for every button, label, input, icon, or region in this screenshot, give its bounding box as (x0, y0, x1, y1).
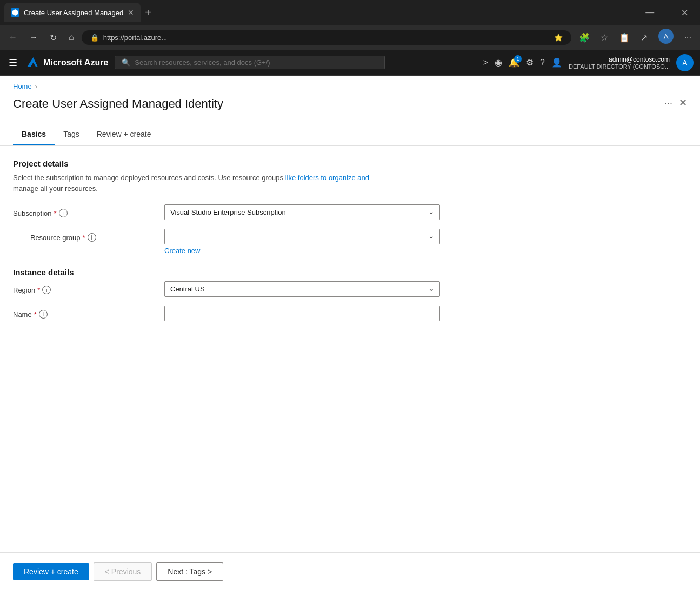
notifications-icon[interactable]: 🔔 1 (509, 57, 519, 68)
navigation-bar: ← → ↻ ⌂ 🔒 ⭐ 🧩 ☆ 📋 ↗ A ··· (0, 25, 700, 50)
subscription-select-wrapper: Visual Studio Enterprise Subscription (164, 204, 440, 220)
page-ellipsis-button[interactable]: ··· (664, 97, 672, 109)
address-bar[interactable]: 🔒 ⭐ (82, 30, 571, 45)
user-info[interactable]: admin@contoso.com DEFAULT DIRECTORY (CON… (569, 56, 670, 70)
svg-text:A: A (663, 32, 668, 41)
forward-button[interactable]: → (25, 30, 42, 44)
tab-review-label: Review + create (97, 130, 151, 138)
cloud-shell-icon[interactable]: > (483, 58, 488, 68)
tab-tags-label: Tags (63, 130, 79, 138)
subscription-field-group: Subscription * i Visual Studio Enterpris… (13, 204, 687, 220)
subscription-field: Visual Studio Enterprise Subscription (164, 204, 440, 220)
region-required: * (37, 286, 40, 294)
project-details-section: Project details Select the subscription … (13, 159, 687, 255)
azure-search-box[interactable]: 🔍 (115, 56, 385, 69)
tab-close-icon[interactable]: ✕ (128, 8, 134, 17)
subscription-info-icon[interactable]: i (59, 209, 68, 217)
region-field: Central US (164, 281, 440, 297)
hamburger-menu-icon[interactable]: ☰ (6, 55, 19, 71)
page-title: Create User Assigned Managed Identity (13, 97, 223, 111)
review-create-button[interactable]: Review + create (13, 563, 89, 580)
region-select-wrapper: Central US (164, 281, 440, 297)
restore-button[interactable]: □ (662, 6, 674, 19)
breadcrumb: Home › (0, 76, 700, 92)
name-input[interactable] (164, 306, 440, 321)
tab-review-create[interactable]: Review + create (88, 124, 160, 145)
lock-icon: 🔒 (90, 34, 99, 42)
resource-group-select[interactable] (164, 229, 440, 244)
subscription-label-text: Subscription (13, 209, 52, 217)
region-label-text: Region (13, 286, 35, 294)
resource-group-field-group: Resource group * i Create new (13, 229, 687, 255)
name-info-icon[interactable]: i (39, 310, 48, 319)
name-required: * (34, 310, 37, 319)
tab-navigation: Basics Tags Review + create (0, 124, 700, 146)
name-label-text: Name (13, 310, 32, 319)
resource-group-field: Create new (164, 229, 440, 255)
profile-avatar[interactable]: A (654, 26, 678, 48)
settings-icon[interactable]: ⚙ (526, 57, 534, 68)
previous-button[interactable]: < Previous (94, 562, 152, 581)
new-tab-button[interactable]: + (141, 4, 156, 21)
tab-tags[interactable]: Tags (55, 124, 88, 145)
breadcrumb-home-link[interactable]: Home (13, 82, 32, 90)
resource-group-label-text: Resource group (30, 234, 81, 242)
name-field-group: Name * i (13, 306, 687, 321)
subscription-select[interactable]: Visual Studio Enterprise Subscription (164, 204, 440, 220)
next-button[interactable]: Next : Tags > (156, 562, 223, 581)
bottom-toolbar: Review + create < Previous Next : Tags > (0, 552, 700, 590)
desc-text-1: Select the subscription to manage deploy… (13, 174, 283, 182)
resource-group-info-icon[interactable]: i (88, 233, 96, 242)
region-select[interactable]: Central US (164, 281, 440, 297)
project-details-desc: Select the subscription to manage deploy… (13, 173, 391, 194)
tab-basics-label: Basics (22, 130, 46, 138)
region-label: Region * i (13, 281, 164, 294)
project-details-title: Project details (13, 159, 687, 168)
extensions-icon[interactable]: 🧩 (575, 30, 594, 45)
user-email: admin@contoso.com (569, 56, 670, 63)
more-options-icon[interactable]: ··· (680, 30, 696, 44)
share-icon[interactable]: ↗ (636, 30, 652, 45)
indent-lines (22, 233, 28, 241)
home-button[interactable]: ⌂ (64, 30, 78, 44)
nav-right-icons: 🧩 ☆ 📋 ↗ A ··· (575, 26, 696, 48)
form-content: Project details Select the subscription … (0, 146, 700, 552)
azure-logo: Microsoft Azure (26, 56, 108, 69)
desc-link[interactable]: like folders to organize and (285, 174, 369, 182)
user-directory: DEFAULT DIRECTORY (CONTOSO... (569, 63, 670, 70)
avatar[interactable]: A (676, 54, 694, 71)
azure-topbar: ☰ Microsoft Azure 🔍 > ◉ 🔔 1 ⚙ ? 👤 admin@… (0, 50, 700, 76)
resource-group-label-area: Resource group * i (13, 229, 164, 242)
minimize-button[interactable]: — (642, 6, 657, 19)
back-button[interactable]: ← (4, 30, 22, 44)
azure-app-name: Microsoft Azure (43, 58, 108, 68)
collections-icon[interactable]: 📋 (615, 30, 634, 45)
search-icon: 🔍 (122, 58, 130, 67)
refresh-button[interactable]: ↻ (45, 30, 61, 45)
name-label: Name * i (13, 306, 164, 319)
browser-chrome: Create User Assigned Managed ✕ + — □ ✕ (0, 0, 700, 25)
topbar-right: > ◉ 🔔 1 ⚙ ? 👤 admin@contoso.com DEFAULT … (483, 54, 694, 71)
help-icon[interactable]: ? (540, 58, 545, 68)
page-header-actions: ··· ✕ (664, 97, 687, 109)
close-button[interactable]: ✕ (678, 6, 691, 19)
tab-favicon-icon (11, 8, 19, 17)
page-close-button[interactable]: ✕ (679, 97, 687, 109)
region-info-icon[interactable]: i (42, 286, 51, 294)
favorites-icon[interactable]: ☆ (596, 30, 612, 45)
create-new-link[interactable]: Create new (164, 247, 440, 255)
resource-group-select-wrapper (164, 229, 440, 244)
subscription-label: Subscription * i (13, 204, 164, 217)
feedback-icon[interactable]: ◉ (495, 57, 502, 68)
page-header: Create User Assigned Managed Identity ··… (0, 92, 700, 120)
notification-count: 1 (514, 55, 522, 63)
user-feedback-icon[interactable]: 👤 (551, 57, 562, 68)
name-field (164, 306, 440, 321)
resource-group-label: Resource group * i (30, 233, 96, 242)
browser-tab[interactable]: Create User Assigned Managed ✕ (4, 3, 141, 22)
subscription-required: * (54, 209, 57, 217)
instance-details-title: Instance details (13, 268, 687, 277)
search-input[interactable] (135, 58, 378, 67)
address-input[interactable] (103, 34, 550, 42)
tab-basics[interactable]: Basics (13, 124, 55, 145)
